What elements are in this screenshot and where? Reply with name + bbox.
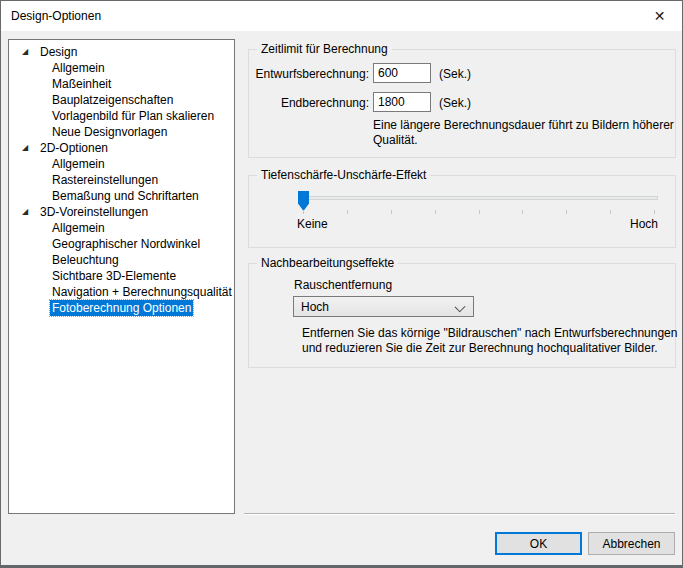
group-depth-blur: Tiefenschärfe-Unschärfe-Effekt Keine Hoc… bbox=[248, 175, 676, 248]
draft-calc-unit: (Sek.) bbox=[439, 67, 471, 81]
design-options-dialog: Design-Optionen ✕ ◢DesignAllgemeinMaßein… bbox=[0, 0, 683, 568]
expander-icon[interactable]: ◢ bbox=[22, 44, 34, 60]
group-post-processing-title: Nachbearbeitungseffekte bbox=[257, 256, 398, 270]
post-processing-note: Entfernen Sie das körnige "Bildrauschen"… bbox=[302, 326, 683, 356]
slider-tick bbox=[522, 210, 523, 214]
blur-slider-ticks bbox=[303, 210, 655, 214]
slider-tick bbox=[479, 210, 480, 214]
tree-item-allgemein[interactable]: Allgemein bbox=[9, 220, 234, 236]
tree-item-beleuchtung[interactable]: Beleuchtung bbox=[9, 252, 234, 268]
group-post-processing: Nachbearbeitungseffekte Rauschentfernung… bbox=[248, 263, 676, 368]
tree-item-fotoberechnung-optionen[interactable]: Fotoberechnung Optionen bbox=[9, 300, 234, 316]
tree-item-label: Navigation + Berechnungsqualität bbox=[50, 284, 234, 300]
button-area-separator bbox=[244, 513, 675, 515]
blur-slider-track[interactable] bbox=[300, 196, 658, 200]
tree-item-sichtbare-3d-elemente[interactable]: Sichtbare 3D-Elemente bbox=[9, 268, 234, 284]
tree-item-label: Bemaßung und Schriftarten bbox=[50, 188, 201, 204]
tree-item-label: Neue Designvorlagen bbox=[50, 124, 169, 140]
final-calc-unit: (Sek.) bbox=[439, 96, 471, 110]
slider-tick bbox=[435, 210, 436, 214]
draft-calc-label: Entwurfsberechnung: bbox=[253, 67, 369, 81]
titlebar: Design-Optionen ✕ bbox=[1, 1, 682, 31]
tree-item-label: Vorlagenbild für Plan skalieren bbox=[50, 108, 216, 124]
slider-tick bbox=[303, 210, 304, 214]
blur-slider-min-label: Keine bbox=[297, 217, 328, 231]
noise-removal-label: Rauschentfernung bbox=[294, 278, 392, 292]
tree-item-geographischer-nordwinkel[interactable]: Geographischer Nordwinkel bbox=[9, 236, 234, 252]
cancel-button[interactable]: Abbrechen bbox=[588, 532, 675, 555]
group-time-limit: Zeitlimit für Berechnung Entwurfsberechn… bbox=[248, 49, 676, 158]
tree-item-label: Beleuchtung bbox=[50, 252, 121, 268]
tree-item-allgemein[interactable]: Allgemein bbox=[9, 60, 234, 76]
group-time-limit-title: Zeitlimit für Berechnung bbox=[257, 42, 392, 56]
tree-item-design[interactable]: ◢Design bbox=[9, 44, 234, 60]
tree-item-vorlagenbild-für-plan-skalieren[interactable]: Vorlagenbild für Plan skalieren bbox=[9, 108, 234, 124]
chevron-down-icon bbox=[455, 302, 466, 313]
tree-item-label: Allgemein bbox=[50, 220, 107, 236]
noise-removal-value: Hoch bbox=[301, 300, 329, 314]
blur-slider-thumb[interactable] bbox=[298, 191, 309, 211]
tree-item-label: Allgemein bbox=[50, 60, 107, 76]
tree-item-label: Geographischer Nordwinkel bbox=[50, 236, 202, 252]
slider-tick bbox=[610, 210, 611, 214]
final-calc-input[interactable] bbox=[373, 92, 431, 112]
tree-item-label: 2D-Optionen bbox=[38, 140, 110, 156]
ok-button[interactable]: OK bbox=[495, 532, 582, 555]
tree-item-label: Allgemein bbox=[50, 156, 107, 172]
draft-calc-input[interactable] bbox=[373, 63, 431, 83]
blur-slider-max-label: Hoch bbox=[630, 217, 658, 231]
tree-item-rastereinstellungen[interactable]: Rastereinstellungen bbox=[9, 172, 234, 188]
tree-item-2d-optionen[interactable]: ◢2D-Optionen bbox=[9, 140, 234, 156]
slider-tick bbox=[391, 210, 392, 214]
final-calc-label: Endberechnung: bbox=[253, 96, 369, 110]
tree-item-bemaßung-und-schriftarten[interactable]: Bemaßung und Schriftarten bbox=[9, 188, 234, 204]
dialog-title: Design-Optionen bbox=[11, 9, 101, 23]
close-icon[interactable]: ✕ bbox=[637, 1, 682, 30]
tree-item-3d-voreinstellungen[interactable]: ◢3D-Voreinstellungen bbox=[9, 204, 234, 220]
tree-item-allgemein[interactable]: Allgemein bbox=[9, 156, 234, 172]
tree-item-label: 3D-Voreinstellungen bbox=[38, 204, 150, 220]
tree-item-label: Sichtbare 3D-Elemente bbox=[50, 268, 178, 284]
expander-icon[interactable]: ◢ bbox=[22, 204, 34, 220]
noise-removal-dropdown[interactable]: Hoch bbox=[293, 296, 474, 317]
slider-tick bbox=[654, 210, 655, 214]
tree-item-neue-designvorlagen[interactable]: Neue Designvorlagen bbox=[9, 124, 234, 140]
settings-tree: ◢DesignAllgemeinMaßeinheitBauplatzeigens… bbox=[8, 39, 235, 514]
group-depth-blur-title: Tiefenschärfe-Unschärfe-Effekt bbox=[257, 168, 430, 182]
tree-item-maßeinheit[interactable]: Maßeinheit bbox=[9, 76, 234, 92]
time-limit-note: Eine längere Berechnungsdauer führt zu B… bbox=[373, 118, 683, 148]
expander-icon[interactable]: ◢ bbox=[22, 140, 34, 156]
tree-item-label: Fotoberechnung Optionen bbox=[50, 300, 193, 316]
tree-item-navigation-berechnungsqualität[interactable]: Navigation + Berechnungsqualität bbox=[9, 284, 234, 300]
tree-item-label: Design bbox=[38, 44, 79, 60]
tree-item-bauplatzeigenschaften[interactable]: Bauplatzeigenschaften bbox=[9, 92, 234, 108]
tree-item-label: Bauplatzeigenschaften bbox=[50, 92, 175, 108]
tree-item-label: Rastereinstellungen bbox=[50, 172, 160, 188]
tree-item-label: Maßeinheit bbox=[50, 76, 113, 92]
slider-tick bbox=[347, 210, 348, 214]
slider-tick bbox=[566, 210, 567, 214]
